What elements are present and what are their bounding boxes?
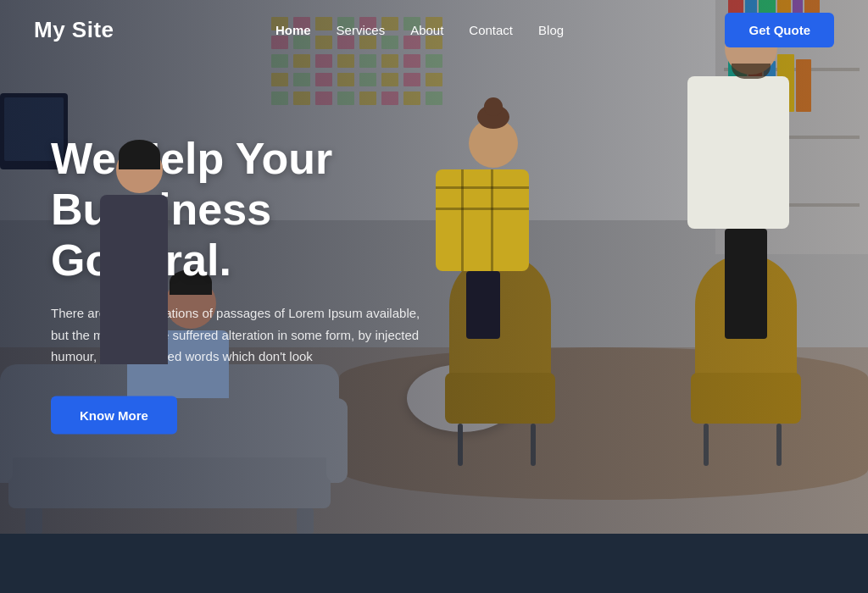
person-right (712, 22, 789, 339)
site-logo: My Site (34, 17, 114, 43)
nav-contact[interactable]: Contact (469, 23, 513, 37)
know-more-button[interactable]: Know More (51, 396, 177, 434)
hero-section: My Site Home Services About Contact Blog… (0, 0, 868, 534)
footer-bar (0, 534, 868, 593)
get-quote-button[interactable]: Get Quote (725, 13, 834, 47)
person-standing-left (110, 147, 168, 364)
nav-blog[interactable]: Blog (538, 23, 564, 37)
nav-about[interactable]: About (410, 23, 443, 37)
site-header: My Site Home Services About Contact Blog… (0, 0, 868, 59)
nav-home[interactable]: Home (275, 23, 311, 37)
nav-services[interactable]: Services (337, 23, 386, 37)
main-nav: Home Services About Contact Blog (275, 23, 564, 37)
